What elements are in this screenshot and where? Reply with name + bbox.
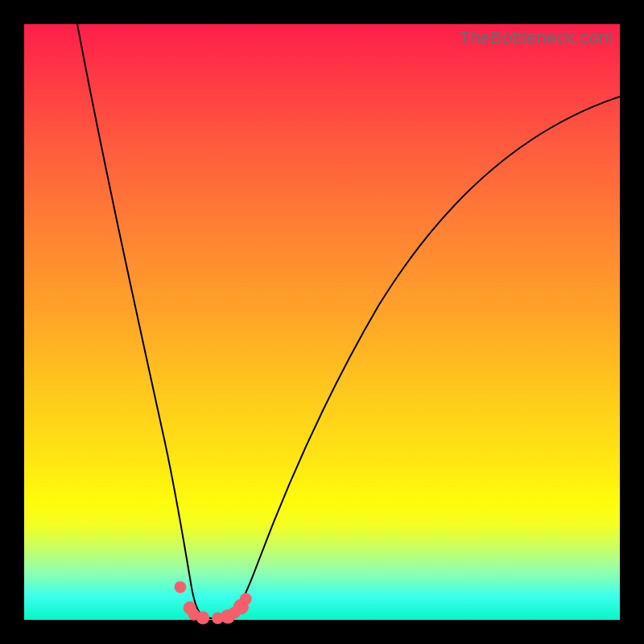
marker-group	[175, 581, 252, 625]
data-marker	[240, 593, 252, 605]
data-marker	[175, 581, 187, 593]
chart-frame: TheBottleneck.com	[0, 0, 644, 644]
data-marker	[196, 611, 209, 624]
curve-layer	[24, 24, 620, 620]
plot-area: TheBottleneck.com	[24, 24, 620, 620]
bottleneck-curve	[77, 24, 620, 619]
